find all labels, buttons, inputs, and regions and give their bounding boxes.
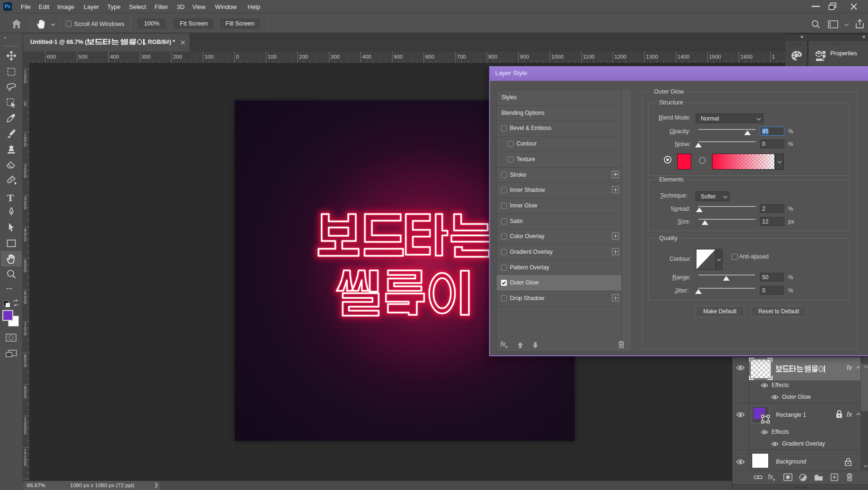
svg-text:0: 0 xyxy=(24,462,27,467)
svg-text:1400: 1400 xyxy=(678,54,690,60)
svg-text:900: 900 xyxy=(520,54,529,60)
svg-text:400: 400 xyxy=(362,54,371,60)
svg-text:1: 1 xyxy=(772,54,775,60)
svg-text:700: 700 xyxy=(457,54,466,60)
svg-text:0: 0 xyxy=(24,268,27,273)
svg-text:0: 0 xyxy=(24,331,27,336)
svg-text:0: 0 xyxy=(24,79,27,84)
svg-text:0: 0 xyxy=(236,54,239,60)
svg-text:0: 0 xyxy=(24,430,27,435)
svg-text:1600: 1600 xyxy=(740,54,753,60)
svg-text:300: 300 xyxy=(141,54,150,60)
svg-text:300: 300 xyxy=(331,54,340,60)
svg-text:100: 100 xyxy=(205,54,214,60)
svg-text:0: 0 xyxy=(24,300,27,305)
svg-text:1200: 1200 xyxy=(614,54,627,60)
svg-text:600: 600 xyxy=(425,54,434,60)
svg-text:500: 500 xyxy=(394,54,403,60)
svg-text:0: 0 xyxy=(24,205,27,210)
svg-text:600: 600 xyxy=(47,54,56,60)
svg-text:200: 200 xyxy=(299,54,308,60)
svg-text:0: 0 xyxy=(24,102,27,107)
svg-text:1300: 1300 xyxy=(646,54,658,60)
svg-text:0: 0 xyxy=(24,173,27,179)
svg-text:1100: 1100 xyxy=(583,54,595,60)
svg-text:800: 800 xyxy=(488,54,497,60)
svg-text:500: 500 xyxy=(78,54,87,60)
svg-text:0: 0 xyxy=(24,237,27,242)
svg-text:100: 100 xyxy=(267,54,276,60)
svg-text:0: 0 xyxy=(24,394,27,399)
svg-text:200: 200 xyxy=(173,54,182,60)
svg-text:400: 400 xyxy=(110,54,119,60)
svg-text:1000: 1000 xyxy=(551,54,564,60)
svg-text:0: 0 xyxy=(24,142,27,147)
svg-text:1500: 1500 xyxy=(709,54,721,60)
svg-text:0: 0 xyxy=(24,363,27,368)
